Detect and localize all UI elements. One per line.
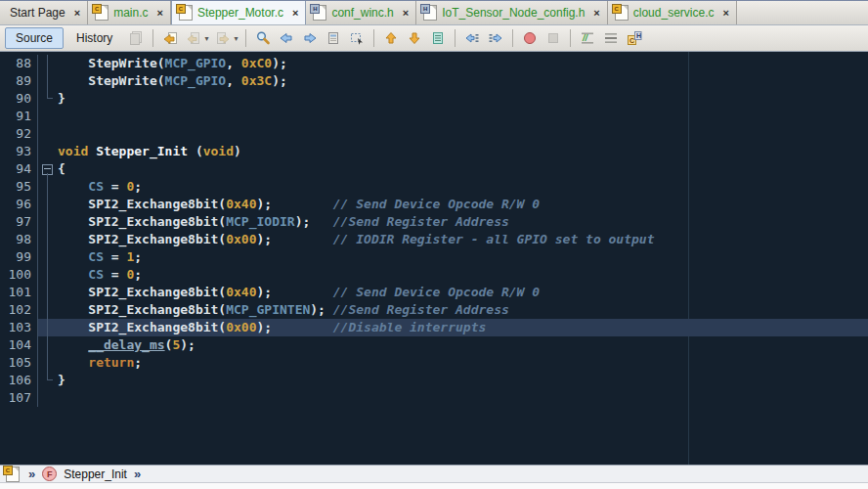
line-number: 100	[0, 266, 38, 284]
fold-indicator	[38, 266, 58, 284]
line-number: 89	[0, 72, 38, 90]
find-icon[interactable]	[252, 28, 274, 48]
c-file-icon: C	[615, 5, 629, 21]
line-number: 95	[0, 178, 38, 196]
status-strip	[0, 482, 868, 489]
tab-label: Stepper_Motor.c	[197, 6, 283, 20]
forward-icon	[212, 28, 234, 48]
code-line-90[interactable]: 90}	[0, 90, 868, 108]
previous-bookmark-icon[interactable]	[276, 28, 297, 48]
code-line-98[interactable]: 98 SPI2_Exchange8bit(0x00); // IODIR Reg…	[0, 231, 868, 248]
diff-icon	[125, 28, 147, 48]
code-line-100[interactable]: 100 CS = 0;	[0, 266, 868, 284]
code-line-96[interactable]: 96 SPI2_Exchange8bit(0x40); // Send Devi…	[0, 196, 868, 213]
c-file-icon: C	[6, 467, 20, 482]
fold-indicator[interactable]	[38, 160, 58, 178]
code-text: SPI2_Exchange8bit(0x00); //Disable inter…	[58, 319, 868, 336]
code-text	[58, 125, 868, 143]
fold-indicator	[38, 284, 58, 301]
editor-tab-bar: Start Page×Cmain.c×CStepper_Motor.c×Hcon…	[0, 0, 868, 25]
code-editor[interactable]: 88 StepWrite(MCP_GPIO, 0xC0);89 StepWrit…	[0, 52, 868, 465]
history-view-button[interactable]: History	[65, 27, 123, 49]
svg-text:H: H	[636, 32, 641, 39]
dropdown-arrow-icon[interactable]: ▾	[204, 34, 208, 43]
code-line-103[interactable]: 103 SPI2_Exchange8bit(0x00); //Disable i…	[0, 319, 868, 336]
editor-toolbar: Source History ▾▾//CH	[0, 25, 868, 52]
tab-label: main.c	[113, 6, 148, 20]
breadcrumb-function[interactable]: Stepper_Init	[64, 467, 127, 481]
rectangular-selection-icon[interactable]	[346, 28, 368, 48]
tab-stepper-motor-c[interactable]: CStepper_Motor.c×	[171, 1, 307, 24]
code-text: {	[58, 160, 868, 178]
toggle-bookmark-icon[interactable]	[323, 28, 344, 48]
line-number: 106	[0, 372, 38, 389]
line-number: 102	[0, 301, 38, 319]
close-icon[interactable]: ×	[292, 7, 298, 19]
shift-right-icon[interactable]	[485, 28, 506, 48]
uncomment-icon[interactable]	[600, 28, 622, 48]
fold-indicator	[38, 319, 58, 336]
code-line-88[interactable]: 88 StepWrite(MCP_GPIO, 0xC0);	[0, 55, 868, 72]
code-line-91[interactable]: 91	[0, 108, 868, 125]
source-view-button[interactable]: Source	[5, 27, 64, 49]
next-bookmark-icon[interactable]	[299, 28, 321, 48]
chevron-right-icon[interactable]: »	[134, 467, 141, 481]
code-line-89[interactable]: 89 StepWrite(MCP_GPIO, 0x3C);	[0, 72, 868, 90]
tab-cloud-service-c[interactable]: Ccloud_service.c×	[608, 1, 737, 24]
code-line-95[interactable]: 95 CS = 0;	[0, 178, 868, 196]
fold-indicator	[38, 108, 58, 125]
code-line-105[interactable]: 105 return;	[0, 354, 868, 372]
close-icon[interactable]: ×	[156, 7, 162, 19]
close-icon[interactable]: ×	[593, 7, 599, 19]
close-icon[interactable]: ×	[403, 7, 409, 19]
code-text: SPI2_Exchange8bit(0x40); // Send Device …	[58, 284, 868, 301]
code-line-99[interactable]: 99 CS = 1;	[0, 248, 868, 266]
line-number: 101	[0, 284, 38, 301]
code-text	[58, 389, 868, 407]
code-line-102[interactable]: 102 SPI2_Exchange8bit(MCP_GPINTEN); //Se…	[0, 301, 868, 319]
tab-label: Start Page	[10, 6, 65, 20]
comment-icon[interactable]: //	[577, 28, 598, 48]
line-number: 90	[0, 90, 38, 108]
previous-occurrence-icon[interactable]	[380, 28, 402, 48]
code-line-93[interactable]: 93void Stepper_Init (void)	[0, 143, 868, 160]
tab-conf-winc-h[interactable]: Hconf_winc.h×	[306, 1, 416, 24]
code-text: CS = 0;	[58, 266, 868, 284]
next-occurrence-icon[interactable]	[404, 28, 425, 48]
chevron-right-icon[interactable]: »	[28, 467, 35, 481]
fold-indicator	[38, 125, 58, 143]
line-number: 98	[0, 231, 38, 248]
code-line-106[interactable]: 106}	[0, 372, 868, 389]
code-line-97[interactable]: 97 SPI2_Exchange8bit(MCP_IODIR); //Send …	[0, 213, 868, 231]
tab-main-c[interactable]: Cmain.c×	[88, 1, 171, 24]
toggle-highlight-icon[interactable]	[427, 28, 449, 48]
toolbar-separator	[373, 29, 374, 47]
code-line-94[interactable]: 94{	[0, 160, 868, 178]
code-text: SPI2_Exchange8bit(0x40); // Send Device …	[58, 196, 868, 213]
code-text: SPI2_Exchange8bit(0x00); // IODIR Regist…	[58, 231, 868, 248]
shift-left-icon[interactable]	[461, 28, 483, 48]
toggle-header-source-icon[interactable]: CH	[624, 28, 645, 48]
line-number: 91	[0, 108, 38, 125]
h-file-icon: H	[313, 5, 326, 21]
tab-start-page[interactable]: Start Page×	[0, 1, 88, 24]
h-file-icon: H	[423, 5, 437, 21]
last-edit-icon[interactable]	[159, 28, 181, 48]
code-line-104[interactable]: 104 __delay_ms(5);	[0, 336, 868, 354]
code-line-107[interactable]: 107	[0, 389, 868, 407]
tab-iot-sensor-node-config-h[interactable]: HIoT_Sensor_Node_config.h×	[416, 1, 608, 24]
code-line-92[interactable]: 92	[0, 125, 868, 143]
line-number: 103	[0, 319, 38, 336]
code-text	[58, 108, 868, 125]
code-line-101[interactable]: 101 SPI2_Exchange8bit(0x40); // Send Dev…	[0, 284, 868, 301]
close-icon[interactable]: ×	[74, 7, 80, 19]
line-number: 107	[0, 389, 38, 407]
dropdown-arrow-icon[interactable]: ▾	[234, 34, 238, 43]
line-number: 104	[0, 336, 38, 354]
code-text: StepWrite(MCP_GPIO, 0xC0);	[58, 55, 868, 72]
record-macro-icon[interactable]	[519, 28, 541, 48]
toolbar-separator	[455, 29, 456, 47]
breadcrumb-bar: C » F Stepper_Init »	[0, 465, 868, 482]
code-text: void Stepper_Init (void)	[58, 143, 868, 160]
close-icon[interactable]: ×	[723, 7, 729, 19]
